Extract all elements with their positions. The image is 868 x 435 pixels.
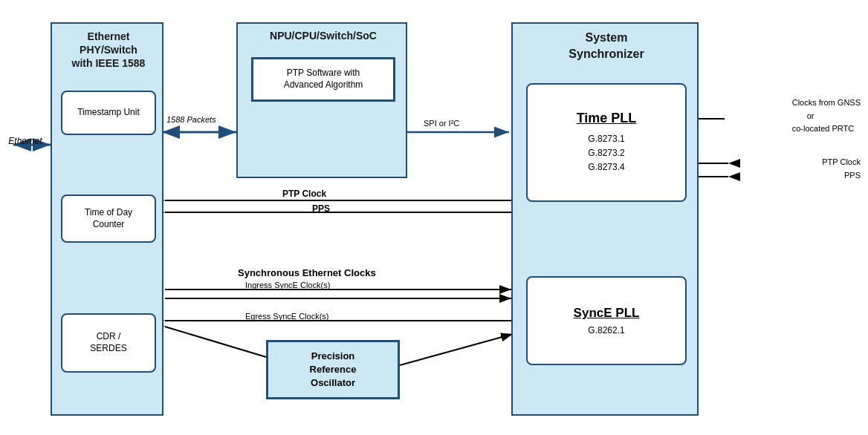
synce-clocks-title: Synchronous Ethernet Clocks xyxy=(238,267,376,278)
system-sync-panel: System Synchronizer Time PLL G.8273.1G.8… xyxy=(511,22,699,416)
precision-osc-box: PrecisionReferenceOscillator xyxy=(266,340,400,399)
ptp-software-box: PTP Software withAdvanced Algorithm xyxy=(251,57,395,102)
ethernet-arrow-label: Ethernet xyxy=(3,136,48,146)
right-pps-label: PPS xyxy=(844,171,861,180)
ptp-clock-center-label: PTP Clock xyxy=(282,189,326,199)
time-pll-standards: G.8273.1G.8273.2G.8273.4 xyxy=(577,132,637,175)
system-sync-title: System Synchronizer xyxy=(513,30,700,63)
ethernet-phy-panel: Ethernet PHY/Switch with IEEE 1588 Times… xyxy=(51,22,163,416)
timestamp-unit-box: Timestamp Unit xyxy=(61,91,156,135)
gnss-label: Clocks from GNSS xyxy=(792,97,861,110)
time-of-day-label: Time of DayCounter xyxy=(85,207,132,230)
ethernet-phy-title: Ethernet PHY/Switch with IEEE 1588 xyxy=(52,30,165,71)
precision-osc-label: PrecisionReferenceOscillator xyxy=(310,350,357,390)
npu-cpu-panel: NPU/CPU/Switch/SoC PTP Software withAdva… xyxy=(236,22,407,178)
ingress-synce-label: Ingress SyncE Clock(s) xyxy=(245,281,330,290)
cdr-serdes-label: CDR /SERDES xyxy=(90,331,126,354)
npu-cpu-title: NPU/CPU/Switch/SoC xyxy=(238,30,409,42)
right-labels: Clocks from GNSS or co-located PRTC xyxy=(792,97,861,136)
ptp-software-label: PTP Software withAdvanced Algorithm xyxy=(284,68,363,91)
synce-pll-label: SyncE PLL xyxy=(574,306,640,321)
packets-1588-label: 1588 Packets xyxy=(166,115,216,124)
or-label: or xyxy=(792,110,861,123)
spi-i2c-label: SPI or I²C xyxy=(424,119,459,128)
time-pll-box: Time PLL G.8273.1G.8273.2G.8273.4 xyxy=(526,83,687,202)
synce-pll-box: SyncE PLL G.8262.1 xyxy=(526,276,687,365)
prtc-label: co-located PRTC xyxy=(792,122,861,136)
time-of-day-box: Time of DayCounter xyxy=(61,194,156,243)
svg-line-13 xyxy=(400,334,513,365)
diagram-container: Ethernet PHY/Switch with IEEE 1588 Times… xyxy=(0,0,868,435)
cdr-serdes-box: CDR /SERDES xyxy=(61,313,156,373)
right-ptp-label: PTP Clock xyxy=(822,157,861,166)
egress-synce-label: Egress SyncE Clock(s) xyxy=(245,312,328,321)
synce-pll-standard: G.8262.1 xyxy=(574,325,640,336)
timestamp-label: Timestamp Unit xyxy=(77,107,140,119)
time-pll-label: Time PLL xyxy=(577,111,637,126)
pps-center-label: PPS xyxy=(312,203,330,214)
